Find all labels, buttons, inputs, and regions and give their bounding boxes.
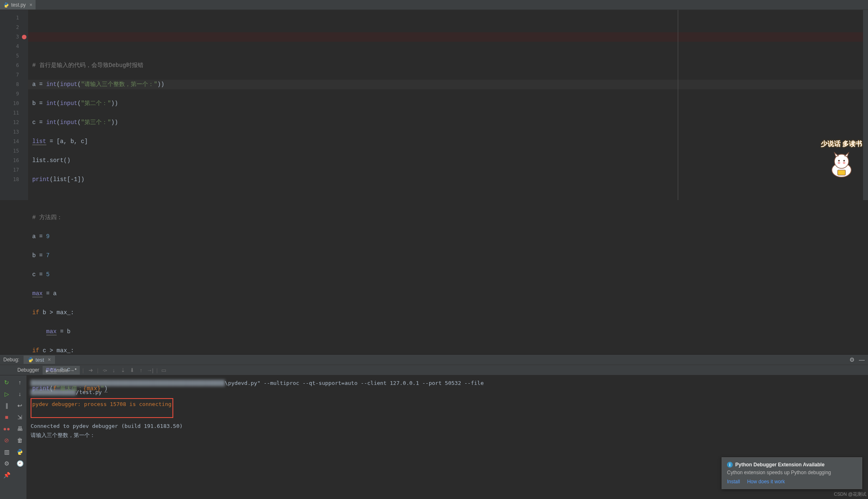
notification-popup: i Python Debugger Extension Available Cy… <box>722 457 862 489</box>
rerun-icon[interactable]: ↻ <box>2 378 11 387</box>
csdn-watermark: CSDN @花测试 <box>834 491 866 497</box>
clear-icon[interactable]: 🗑 <box>15 436 24 445</box>
code-token: "请输入三个整数，第一个：" <box>81 81 158 88</box>
code-token: {max} <box>83 385 100 392</box>
code-content: # 首行是输入的代码，会导致Debug时报错 a = int(input("请输… <box>32 51 868 413</box>
how-it-works-link[interactable]: How does it work <box>747 479 785 485</box>
line-number[interactable]: 6 <box>0 61 28 70</box>
code-token: 5 <box>46 271 50 278</box>
line-number[interactable]: 2 <box>0 23 28 32</box>
line-number[interactable]: 18 <box>0 175 28 184</box>
code-token: = c <box>57 366 71 373</box>
line-number[interactable]: 10 <box>0 99 28 108</box>
close-tab-icon[interactable]: × <box>28 2 32 8</box>
code-token: print <box>32 176 50 183</box>
settings-icon[interactable]: ⚙ <box>2 459 11 468</box>
code-token: f <box>53 385 56 392</box>
line-number[interactable]: 8 <box>0 80 28 89</box>
line-number[interactable]: 13 <box>0 127 28 137</box>
console-action-bar: ↑ ↓ ↩ ⇲ 🖶 🗑 🕘 <box>13 375 26 499</box>
notification-body: Cython extension speeds up Python debugg… <box>727 470 857 475</box>
code-token: (list[-1]) <box>50 176 84 183</box>
gutter[interactable]: 1 2 3 4 5 6 7 8 9 10 11 12 13 14 15 16 1… <box>0 10 28 200</box>
line-number[interactable]: 17 <box>0 165 28 175</box>
line-number[interactable]: 16 <box>0 156 28 165</box>
console-connected: Connected to pydev debugger (build 191.6… <box>31 422 864 431</box>
code-token: int <box>46 100 57 107</box>
info-icon: i <box>727 462 733 468</box>
code-token: # 首行是输入的代码，会导致Debug时报错 <box>32 62 143 69</box>
code-token: max <box>46 328 57 335</box>
code-token: int <box>46 119 57 126</box>
line-number[interactable]: 12 <box>0 118 28 127</box>
file-tab[interactable]: test.py × <box>0 0 36 10</box>
debug-label: Debug: <box>3 357 22 363</box>
code-token: list <box>32 138 46 145</box>
debug-action-bar: ↻ ▷ ∥ ■ ●● ⊘ ▥ ⚙ 📌 <box>0 375 13 499</box>
breakpoint-icon[interactable] <box>22 35 26 39</box>
print-icon[interactable]: 🖶 <box>15 424 24 433</box>
code-token: = b <box>57 328 71 335</box>
code-token: print <box>32 385 50 392</box>
pause-icon[interactable]: ∥ <box>2 401 11 410</box>
line-number[interactable]: 15 <box>0 146 28 156</box>
code-token: c > max_: <box>43 347 74 354</box>
code-token: 7 <box>46 252 50 259</box>
line-number[interactable]: 7 <box>0 70 28 80</box>
code-token: a = <box>32 233 46 240</box>
python-file-icon <box>3 2 9 8</box>
code-token: if <box>32 347 43 354</box>
code-token: # 方法四： <box>32 214 62 221</box>
view-breakpoints-icon[interactable]: ●● <box>2 424 11 433</box>
line-number[interactable]: 14 <box>0 137 28 146</box>
code-token: = <box>36 81 46 88</box>
line-number[interactable]: 4 <box>0 42 28 51</box>
code-token: c = <box>32 271 46 278</box>
line-number[interactable]: 3 <box>0 32 28 42</box>
svg-point-0 <box>5 2 6 3</box>
code-token: = [a, b, c] <box>46 138 88 145</box>
code-token: max <box>32 290 43 297</box>
pin-icon[interactable]: 📌 <box>2 470 11 480</box>
history-icon[interactable]: 🕘 <box>15 459 24 468</box>
python-console-icon[interactable] <box>15 447 24 456</box>
install-link[interactable]: Install <box>727 479 740 485</box>
code-token: "第三个：" <box>81 119 111 126</box>
code-token: list.sort() <box>32 157 70 164</box>
resume-icon[interactable]: ▷ <box>2 389 11 399</box>
file-tab-label: test.py <box>11 2 26 8</box>
mute-breakpoints-icon[interactable]: ⊘ <box>2 436 11 445</box>
line-number[interactable]: 9 <box>0 89 28 99</box>
code-token: if <box>32 309 43 316</box>
code-token: = a <box>43 290 57 297</box>
code-token: ) <box>104 385 108 392</box>
code-token: input <box>60 100 77 107</box>
code-token: "最大值： <box>57 385 83 392</box>
code-token: " <box>100 385 104 392</box>
code-token: b = <box>32 252 46 259</box>
line-number[interactable]: 11 <box>0 108 28 118</box>
up-stack-icon[interactable]: ↑ <box>15 378 24 387</box>
code-token: max <box>46 366 57 373</box>
scroll-end-icon[interactable]: ⇲ <box>15 413 24 422</box>
code-token: c <box>32 119 36 126</box>
svg-point-1 <box>7 7 7 7</box>
stop-icon[interactable]: ■ <box>2 413 11 422</box>
down-stack-icon[interactable]: ↓ <box>15 389 24 399</box>
notification-title: Python Debugger Extension Available <box>735 462 825 468</box>
code-token: 9 <box>46 233 50 240</box>
code-token: int <box>46 81 57 88</box>
editor-tab-bar: test.py × <box>0 0 868 10</box>
code-token: input <box>60 81 77 88</box>
code-token: b <box>32 100 36 107</box>
code-token: input <box>60 119 77 126</box>
soft-wrap-icon[interactable]: ↩ <box>15 401 24 410</box>
line-number[interactable]: 1 <box>0 13 28 23</box>
console-prompt: 请输入三个整数，第一个： <box>31 431 864 440</box>
code-token: b > max_: <box>43 309 74 316</box>
line-number[interactable]: 5 <box>0 51 28 61</box>
layout-icon[interactable]: ▥ <box>2 447 11 456</box>
code-token: "第二个：" <box>81 100 111 107</box>
